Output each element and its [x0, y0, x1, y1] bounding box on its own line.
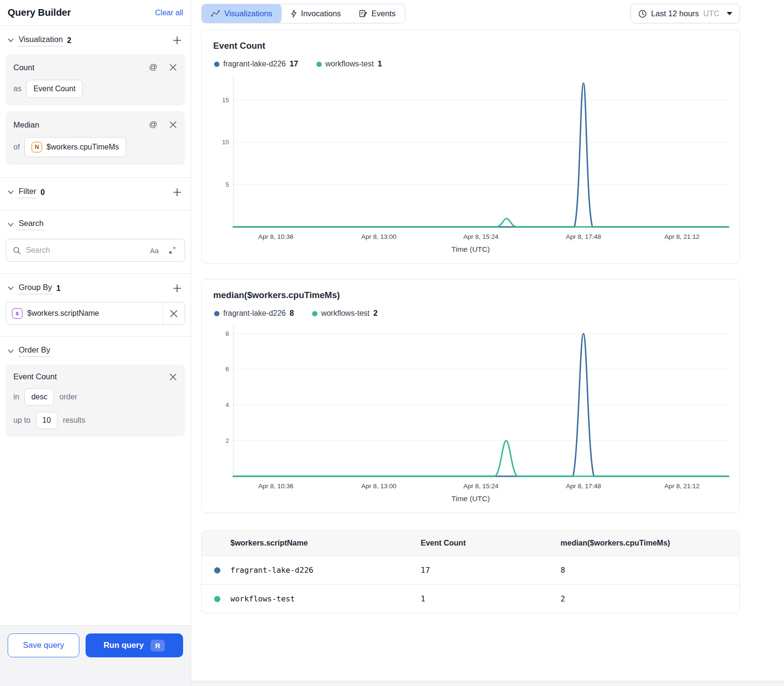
series-color-dot: [214, 567, 220, 573]
count-alias-field[interactable]: Event Count: [26, 80, 83, 98]
close-icon: [170, 121, 176, 128]
script-name-cell: fragrant-lake-d226: [230, 566, 313, 575]
col-event-count: Event Count: [417, 531, 557, 556]
median-cell: 2: [557, 585, 740, 613]
remove-median-button[interactable]: [169, 120, 177, 129]
view-tabs: Visualizations Invocations Events: [201, 4, 405, 23]
legend-value: 17: [290, 60, 298, 68]
sidebar-title: Query Builder: [8, 7, 71, 18]
chart-legend: fragrant-lake-d226 17 workflows-test 1: [214, 60, 728, 68]
median-cpu-chart-card: median($workers.cpuTimeMs) fragrant-lake…: [201, 279, 740, 513]
x-axis-label: Time (UTC): [213, 245, 728, 254]
count-card-title: Count: [13, 63, 34, 72]
run-query-label: Run query: [104, 641, 144, 650]
tab-events[interactable]: Events: [350, 4, 404, 23]
regex-toggle[interactable]: *: [167, 245, 178, 256]
event-count-line-chart[interactable]: 51015Apr 8, 10:36Apr 8, 13:00Apr 8, 15:2…: [213, 75, 730, 242]
script-name-cell: workflows-test: [230, 594, 295, 603]
add-visualization-button[interactable]: [171, 34, 183, 46]
search-section: Search Aa *: [0, 210, 191, 274]
event-count-cell: 17: [417, 556, 557, 585]
chevron-down-icon: [8, 38, 14, 43]
in-label: in: [13, 393, 19, 401]
remove-order-by-button[interactable]: [169, 373, 177, 381]
line-chart-icon: [211, 10, 220, 17]
legend-dot: [316, 62, 322, 67]
visualization-section-header[interactable]: Visualization 2: [0, 28, 191, 51]
remove-count-button[interactable]: [169, 63, 177, 72]
tab-events-label: Events: [371, 9, 395, 18]
search-section-header[interactable]: Search: [0, 212, 191, 235]
group-by-section-label: Group By: [19, 283, 52, 294]
remove-group-by-button[interactable]: [163, 302, 185, 324]
svg-text:*: *: [173, 246, 175, 254]
group-by-section-header[interactable]: Group By 1: [0, 276, 191, 299]
svg-text:Apr 8, 13:00: Apr 8, 13:00: [361, 482, 397, 490]
plus-icon: [173, 284, 181, 292]
chevron-down-icon: [8, 349, 14, 354]
x-axis-label: Time (UTC): [213, 494, 728, 503]
filter-section: Filter 0: [0, 178, 191, 210]
run-query-button[interactable]: Run query R: [86, 633, 183, 657]
median-cpu-line-chart[interactable]: 2468Apr 8, 10:36Apr 8, 13:00Apr 8, 15:24…: [213, 324, 730, 492]
clock-icon: [638, 10, 647, 18]
svg-text:2: 2: [226, 437, 229, 444]
time-range-selector[interactable]: Last 12 hours UTC: [631, 4, 740, 23]
tab-visualizations[interactable]: Visualizations: [202, 4, 282, 23]
visualization-section: Visualization 2 Count @ as: [0, 26, 191, 178]
match-case-toggle[interactable]: Aa: [149, 246, 160, 256]
sort-direction-selector[interactable]: desc: [24, 388, 54, 406]
sidebar-footer: Save query Run query R: [0, 625, 191, 686]
series-color-dot: [214, 596, 220, 602]
tab-invocations[interactable]: Invocations: [282, 4, 350, 23]
of-label: of: [13, 143, 20, 151]
search-input[interactable]: [26, 246, 144, 255]
events-list-icon: [359, 10, 367, 18]
at-mention-button[interactable]: @: [148, 119, 158, 130]
svg-text:8: 8: [226, 330, 229, 337]
legend-item[interactable]: workflows-test 1: [316, 60, 382, 68]
svg-text:10: 10: [222, 139, 229, 146]
svg-text:Apr 8, 21:12: Apr 8, 21:12: [664, 233, 700, 240]
chart-title: Event Count: [213, 41, 728, 51]
legend-value: 8: [290, 309, 294, 318]
close-icon: [170, 310, 177, 317]
legend-item[interactable]: fragrant-lake-d226 8: [214, 309, 294, 318]
number-type-icon: N: [32, 142, 42, 152]
legend-item[interactable]: workflows-test 2: [312, 309, 378, 318]
order-by-section: Order By Event Count in desc order: [0, 337, 191, 449]
event-count-chart-card: Event Count fragrant-lake-d226 17 workfl…: [201, 30, 740, 264]
order-by-section-header[interactable]: Order By: [0, 339, 191, 362]
clear-all-button[interactable]: Clear all: [155, 9, 183, 17]
filter-section-header[interactable]: Filter 0: [0, 180, 191, 203]
legend-name: fragrant-lake-d226: [223, 60, 286, 68]
at-mention-button[interactable]: @: [148, 62, 158, 73]
legend-item[interactable]: fragrant-lake-d226 17: [214, 60, 298, 68]
result-limit-input[interactable]: 10: [36, 412, 58, 429]
group-by-field-name: $workers.scriptName: [27, 309, 99, 318]
page: Query Builder Clear all Visualization 2 …: [0, 0, 784, 686]
plus-icon: [173, 36, 181, 44]
chart-title: median($workers.cpuTimeMs): [213, 290, 728, 300]
svg-text:Apr 8, 15:24: Apr 8, 15:24: [463, 233, 499, 240]
chevron-down-icon: [8, 190, 14, 194]
chart-legend: fragrant-lake-d226 8 workflows-test 2: [214, 309, 728, 318]
add-group-by-button[interactable]: [171, 282, 183, 294]
median-field-selector[interactable]: N $workers.cpuTimeMs: [24, 137, 126, 157]
add-filter-button[interactable]: [171, 186, 183, 198]
table-row: workflows-test 1 2: [202, 585, 740, 613]
save-query-button[interactable]: Save query: [8, 633, 79, 657]
svg-text:5: 5: [226, 181, 229, 188]
group-by-field[interactable]: s $workers.scriptName: [6, 302, 185, 325]
chevron-down-icon: [8, 223, 14, 227]
legend-dot: [214, 311, 219, 316]
run-shortcut-badge: R: [151, 640, 165, 652]
search-section-label: Search: [19, 219, 44, 230]
median-visualization-card: Median @ of N $workers.cpuTimeMs: [6, 111, 185, 165]
median-field-name: $workers.cpuTimeMs: [46, 143, 119, 151]
close-icon: [170, 374, 176, 380]
group-by-section: Group By 1 s $workers.scriptName: [0, 274, 191, 337]
tab-visualizations-label: Visualizations: [224, 9, 272, 18]
legend-dot: [312, 311, 317, 316]
svg-text:Apr 8, 10:36: Apr 8, 10:36: [258, 482, 294, 490]
